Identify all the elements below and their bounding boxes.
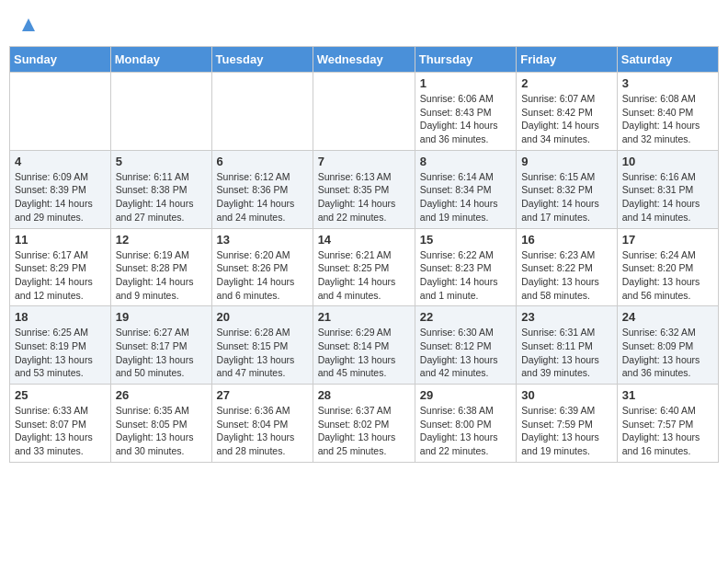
day-header-sunday: Sunday — [10, 47, 111, 73]
logo-icon — [20, 17, 37, 33]
cell-content: Sunrise: 6:32 AM Sunset: 8:09 PM Dayligh… — [622, 326, 713, 380]
day-number: 12 — [116, 233, 207, 247]
cell-content: Sunrise: 6:24 AM Sunset: 8:20 PM Dayligh… — [622, 248, 713, 303]
svg-marker-0 — [22, 18, 35, 31]
day-number: 15 — [420, 233, 511, 247]
calendar-cell — [211, 73, 313, 151]
day-number: 2 — [521, 76, 612, 90]
day-number: 10 — [622, 155, 713, 168]
calendar-cell: 2Sunrise: 6:07 AM Sunset: 8:42 PM Daylig… — [517, 73, 618, 151]
cell-content: Sunrise: 6:13 AM Sunset: 8:35 PM Dayligh… — [318, 170, 410, 224]
day-number: 5 — [116, 155, 207, 168]
day-number: 1 — [420, 76, 511, 90]
calendar-cell: 28Sunrise: 6:37 AM Sunset: 8:02 PM Dayli… — [313, 385, 415, 463]
cell-content: Sunrise: 6:22 AM Sunset: 8:23 PM Dayligh… — [420, 248, 511, 303]
calendar-cell: 18Sunrise: 6:25 AM Sunset: 8:19 PM Dayli… — [10, 306, 111, 385]
calendar-cell: 4Sunrise: 6:09 AM Sunset: 8:39 PM Daylig… — [10, 150, 111, 228]
cell-content: Sunrise: 6:14 AM Sunset: 8:34 PM Dayligh… — [420, 170, 511, 224]
day-number: 7 — [318, 155, 410, 168]
cell-content: Sunrise: 6:39 AM Sunset: 7:59 PM Dayligh… — [521, 404, 612, 458]
cell-content: Sunrise: 6:20 AM Sunset: 8:26 PM Dayligh… — [217, 248, 308, 303]
calendar-cell: 25Sunrise: 6:33 AM Sunset: 8:07 PM Dayli… — [10, 385, 111, 463]
day-number: 4 — [15, 155, 106, 168]
day-number: 27 — [217, 388, 308, 402]
cell-content: Sunrise: 6:15 AM Sunset: 8:32 PM Dayligh… — [521, 170, 612, 224]
day-header-monday: Monday — [110, 47, 211, 73]
calendar-cell: 13Sunrise: 6:20 AM Sunset: 8:26 PM Dayli… — [211, 228, 313, 306]
calendar-cell: 26Sunrise: 6:35 AM Sunset: 8:05 PM Dayli… — [110, 385, 211, 463]
calendar-cell: 1Sunrise: 6:06 AM Sunset: 8:43 PM Daylig… — [415, 73, 516, 151]
cell-content: Sunrise: 6:28 AM Sunset: 8:15 PM Dayligh… — [217, 326, 308, 380]
calendar-cell — [313, 73, 415, 151]
day-number: 6 — [217, 155, 308, 168]
calendar-cell: 8Sunrise: 6:14 AM Sunset: 8:34 PM Daylig… — [415, 150, 516, 228]
day-number: 13 — [217, 233, 308, 247]
calendar-cell: 9Sunrise: 6:15 AM Sunset: 8:32 PM Daylig… — [517, 150, 618, 228]
logo — [18, 17, 37, 37]
day-number: 24 — [622, 310, 713, 324]
day-number: 21 — [318, 310, 410, 324]
day-number: 19 — [116, 310, 207, 324]
cell-content: Sunrise: 6:21 AM Sunset: 8:25 PM Dayligh… — [318, 248, 410, 303]
cell-content: Sunrise: 6:12 AM Sunset: 8:36 PM Dayligh… — [217, 170, 308, 224]
calendar-cell: 20Sunrise: 6:28 AM Sunset: 8:15 PM Dayli… — [211, 306, 313, 385]
calendar-cell: 24Sunrise: 6:32 AM Sunset: 8:09 PM Dayli… — [617, 306, 718, 385]
day-header-friday: Friday — [517, 47, 618, 73]
cell-content: Sunrise: 6:30 AM Sunset: 8:12 PM Dayligh… — [420, 326, 511, 380]
week-row-4: 25Sunrise: 6:33 AM Sunset: 8:07 PM Dayli… — [10, 385, 719, 463]
week-row-2: 11Sunrise: 6:17 AM Sunset: 8:29 PM Dayli… — [10, 228, 719, 306]
cell-content: Sunrise: 6:31 AM Sunset: 8:11 PM Dayligh… — [521, 326, 612, 380]
calendar-cell — [10, 73, 111, 151]
cell-content: Sunrise: 6:37 AM Sunset: 8:02 PM Dayligh… — [318, 404, 410, 458]
calendar-cell: 30Sunrise: 6:39 AM Sunset: 7:59 PM Dayli… — [517, 385, 618, 463]
week-row-3: 18Sunrise: 6:25 AM Sunset: 8:19 PM Dayli… — [10, 306, 719, 385]
day-header-thursday: Thursday — [415, 47, 516, 73]
calendar-cell: 7Sunrise: 6:13 AM Sunset: 8:35 PM Daylig… — [313, 150, 415, 228]
calendar-header-row: SundayMondayTuesdayWednesdayThursdayFrid… — [10, 47, 719, 73]
day-number: 29 — [420, 388, 511, 402]
calendar-cell: 19Sunrise: 6:27 AM Sunset: 8:17 PM Dayli… — [110, 306, 211, 385]
day-number: 22 — [420, 310, 511, 324]
calendar-cell: 10Sunrise: 6:16 AM Sunset: 8:31 PM Dayli… — [617, 150, 718, 228]
day-number: 28 — [318, 388, 410, 402]
calendar-cell: 22Sunrise: 6:30 AM Sunset: 8:12 PM Dayli… — [415, 306, 516, 385]
calendar-cell: 15Sunrise: 6:22 AM Sunset: 8:23 PM Dayli… — [415, 228, 516, 306]
day-number: 14 — [318, 233, 410, 247]
calendar: SundayMondayTuesdayWednesdayThursdayFrid… — [9, 46, 719, 463]
day-number: 16 — [521, 233, 612, 247]
header — [9, 9, 719, 40]
calendar-cell: 3Sunrise: 6:08 AM Sunset: 8:40 PM Daylig… — [617, 73, 718, 151]
cell-content: Sunrise: 6:25 AM Sunset: 8:19 PM Dayligh… — [15, 326, 106, 380]
cell-content: Sunrise: 6:09 AM Sunset: 8:39 PM Dayligh… — [15, 170, 106, 224]
cell-content: Sunrise: 6:35 AM Sunset: 8:05 PM Dayligh… — [116, 404, 207, 458]
calendar-cell: 14Sunrise: 6:21 AM Sunset: 8:25 PM Dayli… — [313, 228, 415, 306]
calendar-cell: 21Sunrise: 6:29 AM Sunset: 8:14 PM Dayli… — [313, 306, 415, 385]
calendar-cell: 27Sunrise: 6:36 AM Sunset: 8:04 PM Dayli… — [211, 385, 313, 463]
day-header-wednesday: Wednesday — [313, 47, 415, 73]
calendar-cell: 6Sunrise: 6:12 AM Sunset: 8:36 PM Daylig… — [211, 150, 313, 228]
day-number: 23 — [521, 310, 612, 324]
calendar-cell: 17Sunrise: 6:24 AM Sunset: 8:20 PM Dayli… — [617, 228, 718, 306]
calendar-cell: 31Sunrise: 6:40 AM Sunset: 7:57 PM Dayli… — [617, 385, 718, 463]
cell-content: Sunrise: 6:16 AM Sunset: 8:31 PM Dayligh… — [622, 170, 713, 224]
cell-content: Sunrise: 6:17 AM Sunset: 8:29 PM Dayligh… — [15, 248, 106, 303]
cell-content: Sunrise: 6:27 AM Sunset: 8:17 PM Dayligh… — [116, 326, 207, 380]
day-number: 9 — [521, 155, 612, 168]
cell-content: Sunrise: 6:08 AM Sunset: 8:40 PM Dayligh… — [622, 92, 713, 146]
day-header-tuesday: Tuesday — [211, 47, 313, 73]
cell-content: Sunrise: 6:19 AM Sunset: 8:28 PM Dayligh… — [116, 248, 207, 303]
day-number: 30 — [521, 388, 612, 402]
cell-content: Sunrise: 6:11 AM Sunset: 8:38 PM Dayligh… — [116, 170, 207, 224]
day-number: 20 — [217, 310, 308, 324]
calendar-cell: 11Sunrise: 6:17 AM Sunset: 8:29 PM Dayli… — [10, 228, 111, 306]
cell-content: Sunrise: 6:23 AM Sunset: 8:22 PM Dayligh… — [521, 248, 612, 303]
day-number: 18 — [15, 310, 106, 324]
calendar-cell: 16Sunrise: 6:23 AM Sunset: 8:22 PM Dayli… — [517, 228, 618, 306]
day-number: 8 — [420, 155, 511, 168]
calendar-cell: 12Sunrise: 6:19 AM Sunset: 8:28 PM Dayli… — [110, 228, 211, 306]
day-number: 3 — [622, 76, 713, 90]
day-number: 25 — [15, 388, 106, 402]
cell-content: Sunrise: 6:07 AM Sunset: 8:42 PM Dayligh… — [521, 92, 612, 146]
cell-content: Sunrise: 6:38 AM Sunset: 8:00 PM Dayligh… — [420, 404, 511, 458]
calendar-cell: 29Sunrise: 6:38 AM Sunset: 8:00 PM Dayli… — [415, 385, 516, 463]
